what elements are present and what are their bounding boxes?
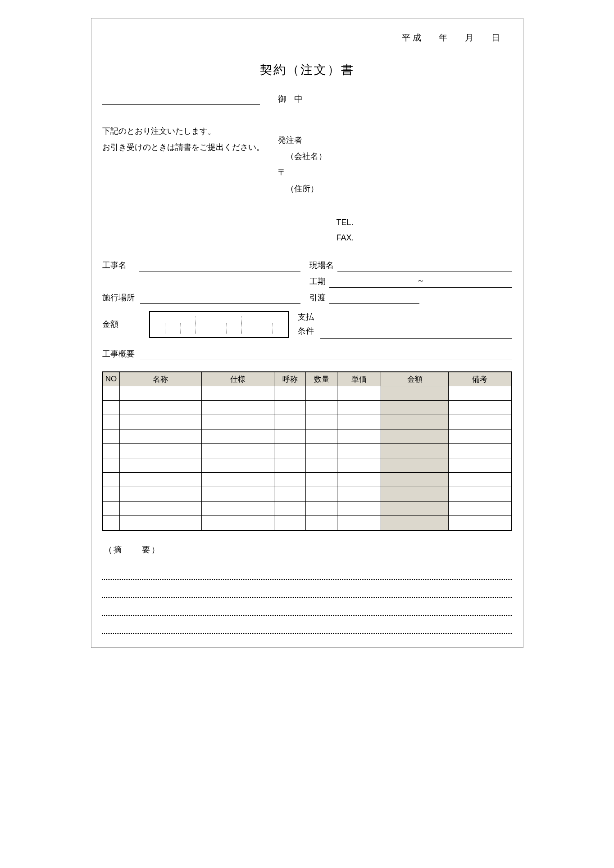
- table-cell[interactable]: [306, 386, 337, 401]
- table-cell[interactable]: [274, 487, 306, 502]
- table-cell[interactable]: [103, 502, 120, 516]
- table-cell[interactable]: [274, 473, 306, 487]
- notes-line[interactable]: [102, 598, 512, 616]
- table-cell[interactable]: [449, 444, 512, 458]
- kouki-input[interactable]: ～: [329, 275, 512, 288]
- table-cell[interactable]: [449, 415, 512, 429]
- table-cell[interactable]: [103, 401, 120, 415]
- table-cell[interactable]: [449, 429, 512, 444]
- table-row: [103, 429, 512, 444]
- table-cell[interactable]: [274, 401, 306, 415]
- table-cell[interactable]: [337, 429, 381, 444]
- notes-line[interactable]: [102, 616, 512, 634]
- table-cell[interactable]: [274, 458, 306, 473]
- table-cell[interactable]: [381, 386, 448, 401]
- table-cell[interactable]: [449, 516, 512, 530]
- table-cell[interactable]: [103, 487, 120, 502]
- table-cell[interactable]: [306, 487, 337, 502]
- table-cell[interactable]: [202, 429, 274, 444]
- table-cell[interactable]: [306, 458, 337, 473]
- table-cell[interactable]: [202, 401, 274, 415]
- table-cell[interactable]: [449, 473, 512, 487]
- table-cell[interactable]: [381, 516, 448, 530]
- table-cell[interactable]: [381, 473, 448, 487]
- table-cell[interactable]: [119, 487, 202, 502]
- table-cell[interactable]: [274, 444, 306, 458]
- table-cell[interactable]: [103, 473, 120, 487]
- kouki-tilde: ～: [417, 275, 425, 286]
- table-cell[interactable]: [202, 516, 274, 530]
- sekou-input[interactable]: [140, 291, 300, 304]
- table-cell[interactable]: [119, 429, 202, 444]
- table-cell[interactable]: [274, 502, 306, 516]
- table-cell[interactable]: [202, 502, 274, 516]
- table-cell[interactable]: [337, 444, 381, 458]
- table-cell[interactable]: [337, 401, 381, 415]
- table-cell[interactable]: [119, 415, 202, 429]
- table-cell[interactable]: [381, 487, 448, 502]
- table-cell[interactable]: [381, 444, 448, 458]
- table-cell[interactable]: [274, 386, 306, 401]
- table-cell[interactable]: [119, 516, 202, 530]
- table-cell[interactable]: [381, 458, 448, 473]
- table-cell[interactable]: [119, 444, 202, 458]
- table-row: [103, 516, 512, 530]
- table-cell[interactable]: [449, 458, 512, 473]
- th-remarks: 備考: [449, 372, 512, 386]
- table-cell[interactable]: [274, 516, 306, 530]
- table-cell[interactable]: [306, 415, 337, 429]
- table-cell[interactable]: [449, 386, 512, 401]
- amount-box[interactable]: [149, 311, 289, 338]
- table-cell[interactable]: [306, 444, 337, 458]
- table-cell[interactable]: [103, 458, 120, 473]
- table-cell[interactable]: [119, 401, 202, 415]
- table-cell[interactable]: [306, 401, 337, 415]
- table-cell[interactable]: [103, 516, 120, 530]
- kouji-input[interactable]: [139, 259, 300, 271]
- table-cell[interactable]: [449, 502, 512, 516]
- items-table: NO 名称 仕様 呼称 数量 単価 金額 備考: [102, 371, 512, 531]
- table-cell[interactable]: [119, 473, 202, 487]
- gaiyou-input[interactable]: [140, 348, 512, 360]
- table-cell[interactable]: [103, 415, 120, 429]
- table-cell[interactable]: [337, 415, 381, 429]
- table-cell[interactable]: [103, 429, 120, 444]
- table-cell[interactable]: [337, 502, 381, 516]
- table-cell[interactable]: [306, 516, 337, 530]
- notes-line[interactable]: [102, 580, 512, 598]
- table-cell[interactable]: [103, 386, 120, 401]
- genba-input[interactable]: [337, 259, 512, 271]
- table-cell[interactable]: [449, 401, 512, 415]
- hikiwatashi-input[interactable]: [329, 291, 419, 304]
- table-cell[interactable]: [274, 429, 306, 444]
- table-cell[interactable]: [202, 415, 274, 429]
- table-cell[interactable]: [306, 473, 337, 487]
- shiharai-jouken-input[interactable]: [320, 326, 512, 339]
- table-cell[interactable]: [103, 444, 120, 458]
- table-cell[interactable]: [381, 429, 448, 444]
- table-cell[interactable]: [449, 487, 512, 502]
- table-cell[interactable]: [202, 473, 274, 487]
- table-cell[interactable]: [337, 386, 381, 401]
- table-cell[interactable]: [381, 401, 448, 415]
- table-cell[interactable]: [306, 502, 337, 516]
- sekou-label: 施行場所: [102, 292, 138, 304]
- table-cell[interactable]: [119, 502, 202, 516]
- table-cell[interactable]: [119, 458, 202, 473]
- table-cell[interactable]: [306, 429, 337, 444]
- recipient-line[interactable]: [102, 91, 260, 105]
- table-cell[interactable]: [337, 487, 381, 502]
- table-cell[interactable]: [381, 502, 448, 516]
- table-cell[interactable]: [202, 458, 274, 473]
- table-cell[interactable]: [202, 444, 274, 458]
- table-cell[interactable]: [202, 487, 274, 502]
- table-cell[interactable]: [202, 386, 274, 401]
- table-cell[interactable]: [119, 386, 202, 401]
- table-cell[interactable]: [381, 415, 448, 429]
- table-cell[interactable]: [337, 473, 381, 487]
- table-cell[interactable]: [274, 415, 306, 429]
- notes-line[interactable]: [102, 562, 512, 580]
- table-cell[interactable]: [337, 458, 381, 473]
- th-spec: 仕様: [202, 372, 274, 386]
- table-cell[interactable]: [337, 516, 381, 530]
